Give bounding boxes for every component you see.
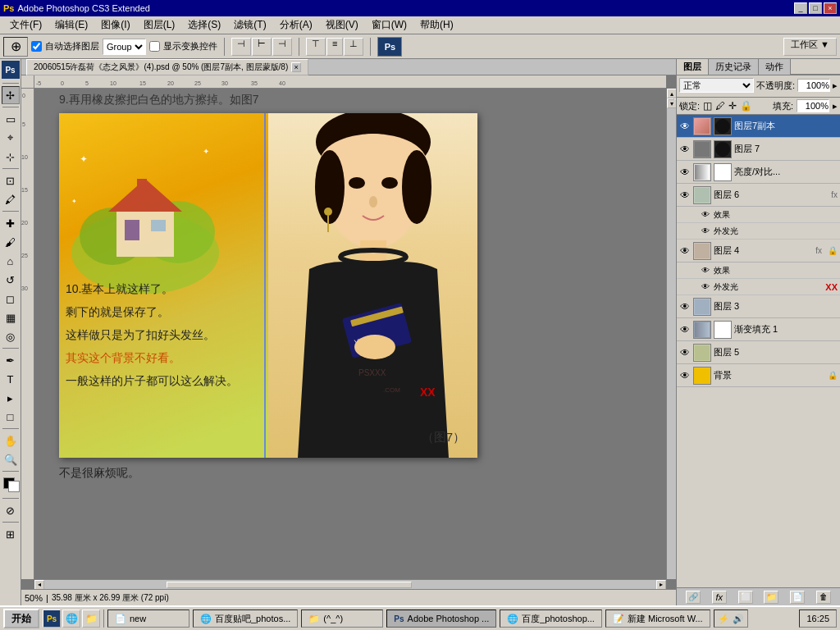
- close-button[interactable]: ×: [824, 2, 837, 14]
- menu-analyze[interactable]: 分析(A): [273, 16, 319, 34]
- shape-tool[interactable]: □: [2, 408, 20, 426]
- taskbar-word[interactable]: 📝 新建 Microsoft W...: [605, 609, 710, 628]
- color-swatch[interactable]: [2, 476, 20, 494]
- taskbar-baidu1[interactable]: 🌐 百度贴吧_photos...: [193, 609, 298, 628]
- eraser-tool[interactable]: ◻: [2, 290, 20, 308]
- add-style-button[interactable]: fx: [712, 591, 727, 604]
- pen-tool[interactable]: ✒: [2, 351, 20, 369]
- layer-item-7copy[interactable]: 👁 图层7副本: [677, 115, 840, 138]
- layer-visibility-3[interactable]: 👁: [679, 301, 691, 313]
- align-left-btn[interactable]: ⊣: [231, 38, 251, 56]
- healing-tool[interactable]: ✚: [2, 214, 20, 232]
- eyedropper-tool[interactable]: 🖍: [2, 190, 20, 208]
- maximize-button[interactable]: □: [809, 2, 822, 14]
- layer-item-bg[interactable]: 👁 背景 🔒: [677, 364, 840, 387]
- menu-layer[interactable]: 图层(L): [137, 16, 182, 34]
- new-layer-button[interactable]: 📄: [790, 591, 805, 604]
- dist-bottom-btn[interactable]: ⊥: [344, 38, 363, 56]
- taskbar-photoshop[interactable]: Ps Adobe Photoshop ...: [386, 609, 496, 628]
- scroll-right-button[interactable]: ▸: [656, 580, 666, 590]
- magic-wand-tool[interactable]: ⊹: [2, 148, 20, 166]
- menu-help[interactable]: 帮助(H): [413, 16, 460, 34]
- opacity-input[interactable]: [797, 79, 830, 92]
- lock-position-btn[interactable]: ✛: [728, 100, 737, 112]
- dist-top-btn[interactable]: ⊤: [306, 38, 326, 56]
- layer-visibility-5[interactable]: 👁: [679, 347, 691, 358]
- tab-layers[interactable]: 图层: [677, 59, 709, 75]
- taskbar-new[interactable]: 📄 new: [107, 609, 189, 628]
- lock-all-btn[interactable]: 🔒: [740, 100, 752, 112]
- layer-item-4[interactable]: 👁 图层 4 fx 🔒: [677, 240, 840, 262]
- layer-visibility-4[interactable]: 👁: [679, 245, 691, 257]
- document-canvas[interactable]: 9.再用橡皮擦把白色的地方擦掉。如图7: [34, 89, 666, 579]
- hand-tool[interactable]: ✋: [2, 431, 20, 450]
- tab-actions[interactable]: 动作: [759, 59, 791, 75]
- delete-layer-button[interactable]: 🗑: [816, 591, 831, 604]
- zoom-tool[interactable]: 🔍: [2, 450, 20, 468]
- lasso-tool[interactable]: ⌖: [2, 129, 20, 147]
- marquee-tool[interactable]: ▭: [2, 110, 20, 128]
- start-button[interactable]: 开始: [3, 609, 39, 628]
- scroll-thumb-v[interactable]: [668, 98, 674, 100]
- auto-select-checkbox[interactable]: [31, 41, 42, 52]
- menu-edit[interactable]: 编辑(E): [48, 16, 94, 34]
- dist-middle-btn[interactable]: ≡: [326, 38, 343, 56]
- taskbar-folder[interactable]: 📁 (^_^): [301, 609, 383, 628]
- menu-window[interactable]: 窗口(W): [365, 16, 413, 34]
- outerglow-visibility-6[interactable]: 👁: [700, 226, 711, 237]
- opacity-arrow[interactable]: ▸: [833, 80, 838, 91]
- screen-mode-btn[interactable]: ⊞: [2, 525, 20, 543]
- outerglow-visibility-4[interactable]: 👁: [700, 281, 711, 293]
- folder-taskbar-icon[interactable]: 📁: [82, 609, 100, 628]
- menu-image[interactable]: 图像(I): [94, 16, 136, 34]
- align-right-btn[interactable]: ⊣: [272, 38, 292, 56]
- gradient-tool[interactable]: ▦: [2, 308, 20, 326]
- clone-tool[interactable]: ⌂: [2, 252, 20, 270]
- blend-mode-select[interactable]: 正常: [679, 78, 754, 93]
- menu-filter[interactable]: 滤镜(T): [227, 16, 272, 34]
- layer-visibility-6[interactable]: 👁: [679, 189, 691, 201]
- layer-item-7[interactable]: 👁 图层 7: [677, 138, 840, 161]
- menu-view[interactable]: 视图(V): [319, 16, 365, 34]
- ps-taskbar-icon[interactable]: Ps: [43, 609, 61, 628]
- layer-visibility-bg[interactable]: 👁: [679, 370, 691, 381]
- layer-item-6[interactable]: 👁 图层 6 fx: [677, 184, 840, 207]
- layer-visibility-grad[interactable]: 👁: [679, 324, 691, 336]
- path-select-tool[interactable]: ▸: [2, 389, 20, 407]
- tab-history[interactable]: 历史记录: [709, 59, 759, 75]
- workspace-button[interactable]: 工作区 ▼: [783, 38, 837, 56]
- menu-file[interactable]: 文件(F): [3, 16, 48, 34]
- layer-visibility-7[interactable]: 👁: [679, 144, 691, 155]
- scroll-thumb-h[interactable]: [167, 582, 411, 588]
- taskbar-baidu2[interactable]: 🌐 百度_photoshop...: [500, 609, 602, 628]
- dodge-tool[interactable]: ◎: [2, 327, 20, 345]
- minimize-button[interactable]: _: [794, 2, 807, 14]
- effects-visibility-4[interactable]: 👁: [700, 265, 711, 276]
- document-close-button[interactable]: ×: [291, 62, 301, 72]
- layer-visibility-7copy[interactable]: 👁: [679, 121, 691, 132]
- layer-item-adj[interactable]: 👁 亮度/对比...: [677, 161, 840, 184]
- layer-item-5[interactable]: 👁 图层 5: [677, 341, 840, 364]
- history-brush-tool[interactable]: ↺: [2, 271, 20, 289]
- crop-tool[interactable]: ⊡: [2, 171, 20, 189]
- fill-input[interactable]: [797, 99, 829, 112]
- scroll-up-button[interactable]: ▴: [667, 89, 676, 98]
- layer-item-3[interactable]: 👁 图层 3: [677, 295, 840, 318]
- add-mask-button[interactable]: ⬜: [738, 591, 753, 604]
- layer-item-grad1[interactable]: 👁 渐变填充 1: [677, 318, 840, 341]
- text-tool[interactable]: T: [2, 370, 20, 388]
- effects-visibility-6[interactable]: 👁: [700, 209, 711, 221]
- align-center-btn[interactable]: ⊢: [252, 38, 272, 56]
- link-layers-button[interactable]: 🔗: [686, 591, 701, 604]
- scroll-left-button[interactable]: ◂: [34, 580, 44, 590]
- new-group-button[interactable]: 📁: [764, 591, 778, 604]
- menu-select[interactable]: 选择(S): [181, 16, 227, 34]
- brush-tool[interactable]: 🖌: [2, 233, 20, 251]
- auto-select-dropdown[interactable]: Group Layer: [103, 39, 146, 55]
- lock-transparency-btn[interactable]: ◫: [703, 100, 712, 112]
- show-transform-checkbox[interactable]: [149, 41, 160, 52]
- quick-mask-btn[interactable]: ⊘: [2, 501, 20, 519]
- ie-taskbar-icon[interactable]: 🌐: [62, 609, 80, 628]
- lock-image-btn[interactable]: 🖊: [715, 100, 725, 112]
- move-tool[interactable]: ✢: [2, 86, 20, 104]
